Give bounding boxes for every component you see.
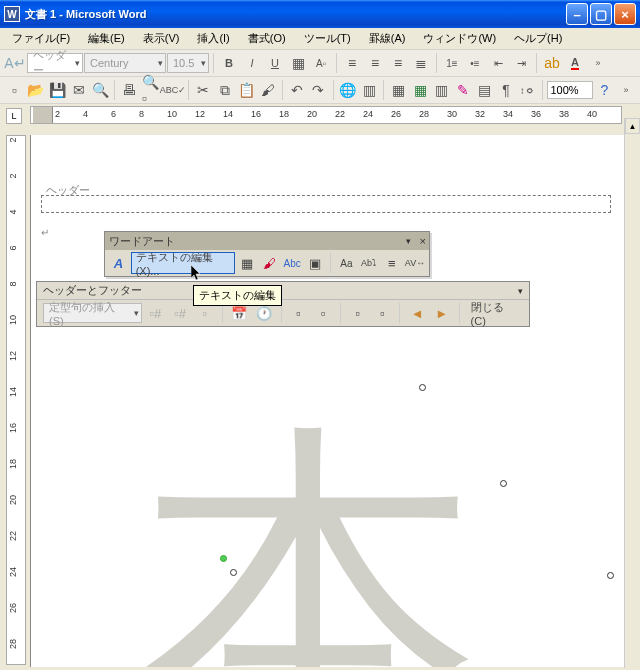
- format-wordart-button[interactable]: 🖌: [259, 252, 280, 274]
- autotext-dropdown[interactable]: 定型句の挿入(S): [43, 303, 142, 323]
- new-button[interactable]: ▫: [4, 79, 24, 101]
- style-dropdown[interactable]: ヘッダー: [27, 53, 83, 73]
- show-next-button[interactable]: ►: [431, 302, 453, 324]
- spellcheck-button[interactable]: ABC✓: [162, 79, 184, 101]
- bold-button[interactable]: B: [218, 52, 240, 74]
- wordart-toolbar-title[interactable]: ワードアート ▾ ×: [105, 232, 429, 250]
- docmap-button[interactable]: ▤: [474, 79, 494, 101]
- redo-button[interactable]: ↷: [308, 79, 328, 101]
- drawing-button[interactable]: ✎: [453, 79, 473, 101]
- same-as-prev-button[interactable]: ▫: [347, 302, 369, 324]
- open-button[interactable]: 📂: [25, 79, 45, 101]
- wordart-gallery-button[interactable]: ▦: [237, 252, 258, 274]
- font-dropdown[interactable]: Century: [84, 53, 166, 73]
- horizontal-ruler[interactable]: 246810121416182022242628303234363840: [30, 106, 622, 124]
- wordart-toolbar-options[interactable]: ▾: [406, 236, 411, 246]
- show-hide-doc-button[interactable]: ▫: [312, 302, 334, 324]
- close-button[interactable]: ×: [614, 3, 636, 25]
- char-spacing-button[interactable]: AV↔: [404, 252, 426, 274]
- handle-e[interactable]: [607, 572, 614, 579]
- align-center-button[interactable]: ≡: [364, 52, 386, 74]
- print-button[interactable]: 🖶: [119, 79, 139, 101]
- align-justify-button[interactable]: ≣: [410, 52, 432, 74]
- scroll-up-button[interactable]: ▲: [625, 118, 640, 134]
- show-prev-button[interactable]: ◄: [406, 302, 428, 324]
- page-setup-button[interactable]: ▫: [288, 302, 310, 324]
- vruler-tick: 14: [8, 386, 18, 398]
- styles-icon[interactable]: A↵: [4, 52, 26, 74]
- search-button[interactable]: 🔍: [90, 79, 110, 101]
- handle-top[interactable]: [419, 384, 426, 391]
- select-browse-button[interactable]: ↕⭘: [517, 79, 537, 101]
- mail-button[interactable]: ✉: [68, 79, 88, 101]
- text-wrap-button[interactable]: ▣: [305, 252, 326, 274]
- paste-button[interactable]: 📋: [236, 79, 256, 101]
- header-frame[interactable]: [41, 195, 611, 213]
- headerfooter-toolbar[interactable]: ヘッダーとフッター 定型句の挿入(S) ▫# ▫# ▫ 📅 🕐 ▫ ▫ ▫ ▫ …: [36, 281, 530, 327]
- vertical-scrollbar[interactable]: ▲: [624, 118, 640, 668]
- insert-table-button[interactable]: ▦: [388, 79, 408, 101]
- more-format-button[interactable]: »: [587, 52, 609, 74]
- excel-button[interactable]: ▦: [410, 79, 430, 101]
- minimize-button[interactable]: –: [566, 3, 588, 25]
- wordart-align-button[interactable]: ≡: [381, 252, 402, 274]
- tables-borders-button[interactable]: ▥: [359, 79, 379, 101]
- more-std-button[interactable]: »: [616, 79, 636, 101]
- vertical-text-button[interactable]: Ab⤵: [359, 252, 380, 274]
- align-right-button[interactable]: ≡: [387, 52, 409, 74]
- wordart-toolbar-close[interactable]: ×: [420, 235, 426, 247]
- zoom-dropdown[interactable]: 100%: [547, 81, 594, 99]
- hyperlink-button[interactable]: 🌐: [338, 79, 358, 101]
- menu-window[interactable]: ウィンドウ(W): [417, 29, 502, 48]
- save-button[interactable]: 💾: [47, 79, 67, 101]
- underline-button[interactable]: U: [264, 52, 286, 74]
- wordart-toolbar[interactable]: ワードアート ▾ × A テキストの編集(X)... ▦ 🖌 Abc ▣ Aa …: [104, 231, 430, 277]
- format-painter-button[interactable]: 🖌: [257, 79, 277, 101]
- menu-edit[interactable]: 編集(E): [82, 29, 131, 48]
- menu-table[interactable]: 罫線(A): [363, 29, 412, 48]
- help-button[interactable]: ?: [594, 79, 614, 101]
- preview-button[interactable]: 🔍▫: [141, 79, 161, 101]
- switch-hf-button[interactable]: ▫: [372, 302, 394, 324]
- undo-button[interactable]: ↶: [287, 79, 307, 101]
- highlight-button[interactable]: ab: [541, 52, 563, 74]
- copy-button[interactable]: ⧉: [214, 79, 234, 101]
- wordart-watermark[interactable]: 本: [141, 365, 481, 667]
- same-height-button[interactable]: Aa: [336, 252, 357, 274]
- char-border-icon[interactable]: A▫: [310, 52, 332, 74]
- maximize-button[interactable]: ▢: [590, 3, 612, 25]
- showmarks-button[interactable]: ¶: [496, 79, 516, 101]
- menu-help[interactable]: ヘルプ(H): [508, 29, 568, 48]
- size-dropdown[interactable]: 10.5: [167, 53, 209, 73]
- formatting-toolbar: A↵ ヘッダー Century 10.5 B I U ▦ A▫ ≡ ≡ ≡ ≣ …: [0, 50, 640, 77]
- hruler-tick: 12: [195, 109, 205, 119]
- wordart-shape-button[interactable]: Abc: [282, 252, 303, 274]
- italic-button[interactable]: I: [241, 52, 263, 74]
- handle-w[interactable]: [230, 569, 237, 576]
- menu-tools[interactable]: ツール(T): [298, 29, 357, 48]
- cut-button[interactable]: ✂: [193, 79, 213, 101]
- page-number-button[interactable]: ▫#: [145, 302, 167, 324]
- vertical-ruler[interactable]: 2246810121416182022242628: [6, 135, 26, 665]
- bullet-list-button[interactable]: •≡: [464, 52, 486, 74]
- headerfooter-title[interactable]: ヘッダーとフッター: [37, 282, 529, 300]
- inc-indent-button[interactable]: ⇥: [510, 52, 532, 74]
- dec-indent-button[interactable]: ⇤: [487, 52, 509, 74]
- handle-ne[interactable]: [500, 480, 507, 487]
- ruler-corner[interactable]: L: [6, 108, 22, 124]
- columns-button[interactable]: ▥: [431, 79, 451, 101]
- border-button[interactable]: ▦: [287, 52, 309, 74]
- menu-format[interactable]: 書式(O): [242, 29, 292, 48]
- font-color-button[interactable]: A: [564, 52, 586, 74]
- close-hf-button[interactable]: 閉じる(C): [466, 302, 523, 324]
- numbered-list-button[interactable]: 1≡: [441, 52, 463, 74]
- insert-wordart-button[interactable]: A: [108, 252, 129, 274]
- rotation-handle[interactable]: [220, 555, 227, 562]
- menu-file[interactable]: ファイル(F): [6, 29, 76, 48]
- menu-view[interactable]: 表示(V): [137, 29, 186, 48]
- align-left-button[interactable]: ≡: [341, 52, 363, 74]
- num-pages-button[interactable]: ▫#: [169, 302, 191, 324]
- menu-insert[interactable]: 挿入(I): [191, 29, 235, 48]
- document-area[interactable]: ヘッダー ↵ 本: [30, 135, 624, 667]
- edit-text-button[interactable]: テキストの編集(X)...: [131, 252, 235, 274]
